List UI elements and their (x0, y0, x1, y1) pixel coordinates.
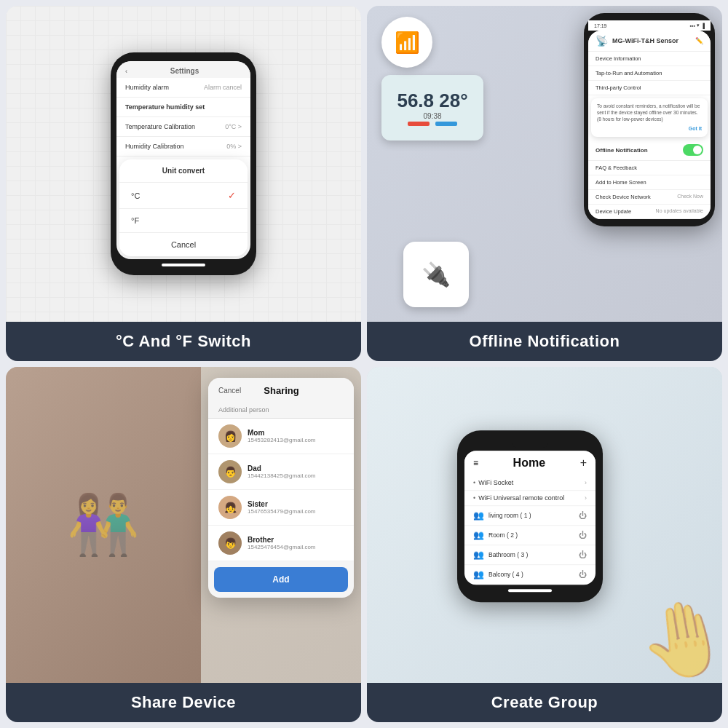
living-room-power[interactable]: ⏻ (579, 511, 587, 520)
sister-name: Sister (248, 500, 316, 508)
settings-row-temphumid[interactable]: Temperature humidity set (116, 98, 250, 117)
offline-toggle[interactable] (683, 144, 703, 156)
settings-row-tempcal[interactable]: Temperature Calibration 0°C > (116, 117, 250, 137)
phone-top-bar: ‹ Settings (116, 61, 250, 78)
offline-alert-card: To avoid constant reminders, a notificat… (591, 98, 708, 137)
sister-info: Sister 15476535479@gmail.com (248, 500, 316, 515)
add-button[interactable]: Add (214, 567, 348, 592)
contact-row-brother[interactable]: 👦 Brother 15425476454@gmail.com (208, 526, 354, 561)
menu-icon[interactable]: ≡ (473, 458, 478, 468)
unit-cancel-button[interactable]: Cancel (119, 233, 248, 256)
unit-option-fahrenheit[interactable]: °F (119, 209, 248, 233)
contact-row-sister[interactable]: 👧 Sister 15476535479@gmail.com (208, 490, 354, 526)
cell-temperature-switch: ‹ Settings Humidity alarm Alarm cancel T… (6, 6, 361, 361)
cell-share-device: 👫 Cancel Sharing Additional person 👩 (6, 367, 361, 722)
device-name: MG-WiFi-T&H Sensor (612, 37, 678, 44)
group-row-balcony[interactable]: 👥 Balcony ( 4 ) ⏻ (464, 565, 596, 585)
time-display: 17:19 (594, 23, 607, 28)
dad-emoji: 👨 (224, 466, 237, 478)
group-row-bathroom[interactable]: 👥 Bathroom ( 3 ) ⏻ (464, 545, 596, 565)
brother-avatar: 👦 (218, 531, 242, 555)
mom-info: Mom 15453282413@gmail.com (248, 429, 316, 443)
device-header: 📡 MG-WiFi-T&H Sensor ✏️ (588, 31, 711, 52)
settings-row-humidity[interactable]: Humidity alarm Alarm cancel (116, 78, 250, 98)
living-room-icon: 👥 (473, 510, 484, 521)
sister-email: 15476535479@gmail.com (248, 508, 316, 515)
hand-icon: 🤚 (632, 590, 722, 683)
mom-email: 15453282413@gmail.com (248, 437, 316, 443)
sharing-header: Cancel Sharing (208, 378, 354, 403)
cell1-label: °C And °F Switch (6, 322, 361, 361)
balcony-power[interactable]: ⏻ (579, 570, 587, 579)
group-row-living[interactable]: 👥 living room ( 1 ) ⏻ (464, 506, 596, 526)
phone-home-bar (162, 264, 205, 266)
humid-cal-value: 0% > (226, 143, 242, 150)
edit-icon[interactable]: ✏️ (695, 37, 703, 44)
contact-row-dad[interactable]: 👨 Dad 15442138425@gmail.com (208, 454, 354, 490)
mom-emoji: 👩 (224, 430, 237, 442)
home-screen-item[interactable]: Add to Home Screen (588, 175, 711, 190)
wifi-remote-arrow: › (585, 494, 587, 502)
bathroom-icon: 👥 (473, 550, 484, 560)
unit-option-celsius[interactable]: °C ✓ (119, 183, 248, 209)
wifi-icon-area: 📶 (381, 17, 432, 68)
living-room-left: 👥 living room ( 1 ) (473, 510, 531, 521)
sharing-title: Sharing (264, 385, 298, 396)
sharing-cancel-button[interactable]: Cancel (218, 387, 241, 395)
bathroom-left: 👥 Bathroom ( 3 ) (473, 550, 528, 560)
temp-cal-value: 0°C > (225, 123, 242, 130)
device-update-label: Device Update (596, 208, 631, 215)
wifi-remote-label: WiFi Universal remote control (478, 494, 564, 502)
bathroom-power[interactable]: ⏻ (579, 550, 587, 559)
brother-info: Brother 15425476454@gmail.com (248, 536, 316, 550)
unit-modal-title: Unit convert (119, 159, 248, 183)
offline-notif-label: Offline Notification (596, 147, 648, 154)
fahrenheit-label: °F (131, 216, 139, 225)
brother-name: Brother (248, 536, 316, 544)
signal-icon: ▪▪▪ (690, 23, 695, 28)
phone-screen-offline: 📡 MG-WiFi-T&H Sensor ✏️ Device Informati… (588, 31, 711, 219)
sensor-display: 56.8 28° 09:38 (381, 75, 483, 141)
smart-plug: 🔌 (403, 242, 469, 307)
phone-screen-temperature: ‹ Settings Humidity alarm Alarm cancel T… (116, 61, 250, 259)
home-title: Home (513, 456, 545, 470)
wifi-circle-icon: 📶 (381, 17, 432, 68)
sharing-subtitle: Additional person (208, 403, 354, 419)
battery-icon: ▐ (701, 23, 705, 28)
group-row-room[interactable]: 👥 Room ( 2 ) ⏻ (464, 526, 596, 545)
humidity-alarm-label: Humidity alarm (125, 84, 169, 91)
wifi-socket-label: WiFi Socket (478, 479, 513, 486)
faq-item[interactable]: FAQ & Feedback (588, 161, 711, 175)
wifi-remote-item[interactable]: • WiFi Universal remote control › (464, 491, 596, 506)
contact-row-mom[interactable]: 👩 Mom 15453282413@gmail.com (208, 419, 354, 454)
brother-email: 15425476454@gmail.com (248, 544, 316, 550)
room-power[interactable]: ⏻ (579, 531, 587, 539)
back-icon[interactable]: ‹ (125, 68, 127, 75)
check-network-item[interactable]: Check Device Network Check Now (588, 190, 711, 205)
phone-mockup-temperature: ‹ Settings Humidity alarm Alarm cancel T… (111, 52, 256, 275)
device-info-item[interactable]: Device Information (588, 52, 711, 66)
device-update-item[interactable]: Device Update No updates available (588, 205, 711, 219)
temp-cal-label: Temperature Calibration (125, 123, 195, 130)
cell2-label: Offline Notification (367, 322, 722, 361)
balcony-left: 👥 Balcony ( 4 ) (473, 569, 523, 579)
mom-name: Mom (248, 429, 316, 437)
tap-run-item[interactable]: Tap-to-Run and Automation (588, 66, 711, 81)
add-home-button[interactable]: + (580, 456, 587, 470)
device-icon: 📡 (596, 35, 608, 47)
check-now-value: Check Now (677, 194, 703, 200)
got-it-button[interactable]: Got It (689, 126, 702, 131)
device-settings-list: Device Information Tap-to-Run and Automa… (588, 52, 711, 219)
third-party-item[interactable]: Third-party Control (588, 81, 711, 95)
wifi-socket-arrow: › (585, 479, 587, 486)
cell4-label: Create Group (367, 683, 722, 722)
bullet1: • (473, 479, 475, 486)
couple-image: 👫 (6, 367, 201, 683)
sensor-bars (408, 122, 457, 126)
wifi-socket-item[interactable]: • WiFi Socket › (464, 475, 596, 491)
humidity-alarm-value: Alarm cancel (204, 84, 242, 91)
home-header: ≡ Home + (464, 451, 596, 475)
settings-row-humidcal[interactable]: Humidity Calibration 0% > (116, 137, 250, 157)
room-left: 👥 Room ( 2 ) (473, 530, 518, 540)
humid-cal-label: Humidity Calibration (125, 143, 184, 150)
